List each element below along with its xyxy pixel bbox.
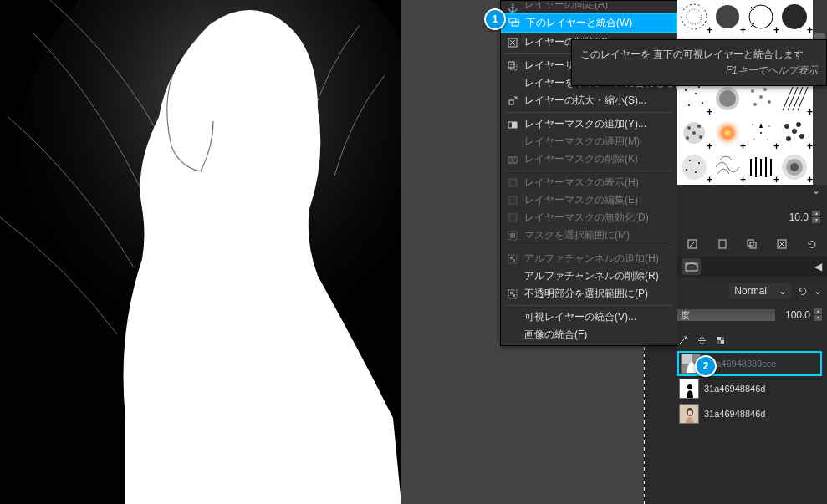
menu-label: レイヤーマスクの表示(H) (524, 176, 671, 190)
layer-row-3[interactable]: 31a46948846d (677, 401, 822, 426)
svg-rect-106 (721, 340, 724, 344)
callout-number: 2 (703, 360, 709, 372)
blank-icon (506, 270, 519, 283)
svg-point-81 (790, 163, 799, 171)
svg-text:+: + (740, 140, 746, 152)
svg-text:+: + (773, 140, 779, 152)
blank-icon (506, 135, 519, 149)
menu-label: レイヤーマスクの無効化(D) (524, 211, 671, 225)
svg-point-29 (716, 5, 739, 28)
menu-separator (506, 247, 672, 247)
menu-label: レイヤーの固定(A) (524, 3, 671, 12)
menu-item-disable-layer-mask: レイヤーマスクの無効化(D) (501, 209, 677, 227)
new-brush-icon[interactable] (716, 237, 729, 251)
svg-point-58 (713, 119, 742, 147)
svg-text:+: + (773, 24, 779, 36)
brush-toolbar (677, 233, 827, 255)
menu-item-apply-layer-mask: レイヤーマスクの適用(M) (501, 133, 677, 150)
mode-reset-icon[interactable] (797, 285, 809, 297)
layer-thumbnail[interactable] (679, 379, 699, 399)
svg-point-61 (768, 125, 769, 126)
svg-point-37 (695, 93, 697, 94)
svg-point-35 (782, 4, 807, 29)
mask-del-icon (506, 153, 519, 166)
checkbox-icon (506, 176, 519, 190)
layers-tab-icon[interactable] (682, 258, 701, 275)
menu-tooltip: このレイヤーを 直下の可視レイヤーと統合します F1キーでヘルプ表示 (571, 39, 827, 86)
svg-point-66 (799, 134, 804, 139)
svg-point-68 (792, 129, 797, 134)
svg-point-36 (685, 89, 687, 91)
lock-position-icon[interactable] (697, 335, 707, 346)
tooltip-help-hint: F1キーでヘルプ表示 (580, 63, 818, 79)
svg-point-45 (768, 100, 771, 104)
svg-point-53 (687, 126, 691, 130)
svg-point-73 (686, 169, 687, 171)
menu-item-remove-alpha-channel[interactable]: アルファチャンネルの削除(R) (501, 267, 677, 285)
lock-pixels-icon[interactable] (677, 335, 688, 346)
svg-point-38 (702, 102, 703, 104)
menu-item-alpha-to-selection[interactable]: 不透明部分を選択範囲に(P) (501, 285, 677, 303)
svg-rect-15 (509, 179, 517, 186)
blend-mode-select[interactable]: Normal ⌄ (729, 283, 792, 298)
svg-text:+: + (773, 174, 779, 185)
layer-row-2[interactable]: 31a46948846d (677, 376, 822, 401)
menu-item-add-layer-mask[interactable]: レイヤーマスクの追加(Y)... (501, 115, 677, 133)
svg-point-67 (786, 136, 791, 141)
menu-item-scale-layer[interactable]: レイヤーの拡大・縮小(S)... (501, 92, 677, 109)
menu-item-merge-visible-layers[interactable]: 可視レイヤーの統合(V)... (501, 308, 677, 326)
svg-point-43 (751, 89, 754, 93)
opacity-caption: 度 (681, 309, 690, 321)
svg-rect-98 (719, 240, 726, 248)
svg-point-57 (692, 131, 696, 135)
resize-icon (506, 59, 519, 73)
layer-lock-row (677, 331, 822, 349)
svg-rect-24 (510, 292, 513, 294)
svg-point-54 (697, 125, 701, 128)
layer-thumbnail[interactable] (679, 404, 699, 424)
svg-rect-11 (512, 122, 517, 128)
tab-menu-icon[interactable]: ◀ (814, 261, 827, 272)
duplicate-brush-icon[interactable] (745, 237, 758, 251)
scale-icon (506, 94, 519, 108)
menu-label: レイヤーマスクの編集(E) (524, 193, 671, 207)
blank-icon (506, 311, 519, 324)
delete-brush-icon[interactable] (775, 237, 789, 251)
svg-rect-21 (510, 257, 513, 259)
mask-sel-icon (506, 229, 519, 242)
menu-item-flatten-image[interactable]: 画像の統合(F) (501, 326, 677, 344)
svg-point-63 (753, 139, 754, 140)
mask-add-icon (506, 118, 519, 131)
menu-label: レイヤーマスクの追加(Y)... (524, 117, 671, 131)
canvas-image[interactable] (0, 0, 401, 504)
svg-rect-17 (509, 214, 517, 221)
layer-name: 31a46948889cce (706, 359, 819, 369)
svg-rect-107 (721, 337, 724, 340)
menu-label: 下のレイヤーと統合(W) (526, 16, 669, 30)
opacity-spinner[interactable]: ▴▾ (814, 308, 822, 322)
brush-spacing-row: 10.0 ▴▾ (677, 208, 824, 227)
tooltip-text: このレイヤーを 直下の可視レイヤーと統合します (580, 47, 818, 63)
opacity-slider[interactable]: 度 (677, 309, 775, 321)
menu-label: アルファチャンネルの追加(H) (524, 252, 671, 266)
spacing-spinner[interactable]: ▴▾ (812, 211, 820, 224)
panel-collapse-arrow[interactable]: ⌄ (677, 185, 827, 200)
blend-mode-label: Normal (734, 285, 767, 297)
layer-mode-row: Normal ⌄ ⌄ (677, 282, 822, 300)
menu-item-merge-down[interactable]: 下のレイヤーと統合(W) (501, 13, 677, 33)
brush-scrollbar[interactable] (813, 0, 827, 185)
opacity-value: 100.0 (779, 309, 810, 321)
menu-item-delete-layer-mask: レイヤーマスクの削除(K) (501, 150, 677, 168)
svg-text:+: + (707, 140, 712, 152)
svg-point-60 (752, 124, 753, 125)
svg-point-71 (698, 162, 700, 164)
edit-brush-icon[interactable] (686, 237, 699, 251)
chevron-down-icon[interactable]: ⌄ (814, 285, 822, 297)
refresh-brush-icon[interactable] (805, 237, 819, 251)
spacing-value: 10.0 (789, 211, 809, 223)
menu-item-mask-to-selection: マスクを選択範囲に(M) (501, 227, 677, 244)
svg-text:+: + (807, 174, 813, 185)
layers-dock-tabs: ◀ (677, 257, 827, 277)
lock-alpha-icon[interactable] (716, 335, 727, 346)
brush-grid[interactable]: ++++ ++ ++++ ++++ (677, 0, 813, 185)
